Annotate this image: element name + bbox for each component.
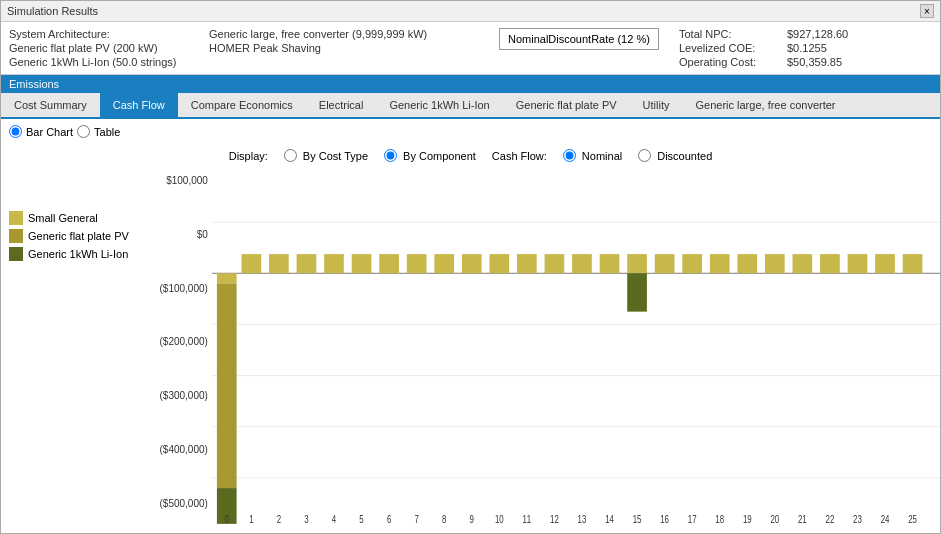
y-label-2: ($100,000) (160, 283, 208, 294)
tab-generic-converter[interactable]: Generic large, free converter (682, 93, 848, 117)
tab-compare-economics[interactable]: Compare Economics (178, 93, 306, 117)
cash-flow-label: Cash Flow: (492, 150, 547, 162)
svg-rect-11 (269, 254, 289, 273)
legend-label-small-general: Small General (28, 212, 98, 224)
nominal-discount-box: NominalDiscountRate (12 %) (499, 28, 659, 50)
total-npc-row: Total NPC: $927,128.60 (679, 28, 848, 40)
table-option[interactable]: Table (77, 125, 120, 138)
table-radio[interactable] (77, 125, 90, 138)
svg-text:17: 17 (688, 514, 697, 525)
levelized-coe-label: Levelized COE: (679, 42, 779, 54)
system-info-col2: Generic large, free converter (9,999,999… (209, 28, 489, 68)
tab-generic-liion[interactable]: Generic 1kWh Li-Ion (376, 93, 502, 117)
view-mode-controls: Bar Chart Table (1, 119, 940, 144)
svg-text:11: 11 (522, 514, 531, 525)
svg-text:9: 9 (469, 514, 473, 525)
svg-text:10: 10 (495, 514, 504, 525)
svg-text:22: 22 (825, 514, 834, 525)
svg-rect-27 (682, 254, 702, 273)
by-cost-type-label[interactable]: By Cost Type (303, 150, 368, 162)
legend-item-flat-plate: Generic flat plate PV (9, 229, 129, 243)
title-bar: Simulation Results × (1, 1, 940, 22)
y-axis: $100,000 $0 ($100,000) ($200,000) ($300,… (137, 171, 212, 529)
svg-rect-23 (600, 254, 620, 273)
operating-cost-row: Operating Cost: $50,359.85 (679, 56, 848, 68)
svg-rect-8 (217, 284, 237, 489)
svg-rect-15 (379, 254, 399, 273)
svg-text:1: 1 (249, 514, 253, 525)
bar-chart-svg: 0 1 2 3 4 5 6 7 8 9 10 11 12 13 (212, 171, 940, 529)
svg-rect-30 (765, 254, 785, 273)
tab-utility[interactable]: Utility (630, 93, 683, 117)
levelized-coe-row: Levelized COE: $0.1255 (679, 42, 848, 54)
svg-text:3: 3 (304, 514, 308, 525)
total-npc-label: Total NPC: (679, 28, 779, 40)
legend-color-small-general (9, 211, 23, 225)
svg-rect-13 (324, 254, 344, 273)
y-label-3: ($200,000) (160, 336, 208, 347)
nominal-discount-text: NominalDiscountRate (12 %) (508, 33, 650, 45)
svg-rect-31 (792, 254, 812, 273)
y-label-5: ($400,000) (160, 444, 208, 455)
svg-text:24: 24 (881, 514, 890, 525)
svg-rect-29 (737, 254, 757, 273)
close-button[interactable]: × (920, 4, 934, 18)
discounted-group[interactable]: Discounted (638, 149, 712, 162)
nominal-radio[interactable] (563, 149, 576, 162)
window-title: Simulation Results (7, 5, 98, 17)
svg-text:7: 7 (414, 514, 418, 525)
tab-electrical[interactable]: Electrical (306, 93, 377, 117)
system-arch-label: System Architecture: (9, 28, 209, 40)
svg-rect-22 (572, 254, 592, 273)
by-cost-type-group[interactable]: By Cost Type (284, 149, 368, 162)
chart-area: Small General Generic flat plate PV Gene… (1, 167, 940, 533)
svg-rect-18 (462, 254, 482, 273)
table-label[interactable]: Table (94, 126, 120, 138)
svg-rect-7 (217, 273, 237, 283)
legend-item-liion: Generic 1kWh Li-Ion (9, 247, 129, 261)
svg-rect-26 (655, 254, 675, 273)
by-component-label[interactable]: By Component (403, 150, 476, 162)
display-label: Display: (229, 150, 268, 162)
discounted-radio[interactable] (638, 149, 651, 162)
tab-generic-flat-plate[interactable]: Generic flat plate PV (503, 93, 630, 117)
legend-color-liion (9, 247, 23, 261)
bar-chart-label[interactable]: Bar Chart (26, 126, 73, 138)
legend-label-flat-plate: Generic flat plate PV (28, 230, 129, 242)
svg-rect-12 (297, 254, 317, 273)
emissions-label: Emissions (9, 78, 59, 90)
svg-text:5: 5 (359, 514, 363, 525)
svg-rect-32 (820, 254, 840, 273)
nominal-group[interactable]: Nominal (563, 149, 622, 162)
svg-rect-25 (627, 273, 647, 311)
svg-rect-28 (710, 254, 730, 273)
by-component-radio[interactable] (384, 149, 397, 162)
svg-rect-10 (241, 254, 261, 273)
bar-chart-radio[interactable] (9, 125, 22, 138)
svg-text:19: 19 (743, 514, 752, 525)
by-cost-type-radio[interactable] (284, 149, 297, 162)
tab-cash-flow[interactable]: Cash Flow (100, 93, 178, 117)
arch-line2: Generic 1kWh Li-Ion (50.0 strings) (9, 56, 209, 68)
svg-text:4: 4 (332, 514, 336, 525)
svg-text:21: 21 (798, 514, 807, 525)
svg-text:20: 20 (770, 514, 779, 525)
svg-text:16: 16 (660, 514, 669, 525)
svg-text:2: 2 (277, 514, 281, 525)
discounted-label[interactable]: Discounted (657, 150, 712, 162)
chart-container: $100,000 $0 ($100,000) ($200,000) ($300,… (137, 171, 940, 529)
svg-rect-35 (903, 254, 923, 273)
svg-text:15: 15 (633, 514, 642, 525)
svg-rect-14 (352, 254, 372, 273)
legend-item-small-general: Small General (9, 211, 129, 225)
by-component-group[interactable]: By Component (384, 149, 476, 162)
total-npc-value: $927,128.60 (787, 28, 848, 40)
svg-rect-20 (517, 254, 537, 273)
arch-line1: Generic flat plate PV (200 kW) (9, 42, 209, 54)
svg-rect-24 (627, 254, 647, 273)
bar-chart-option[interactable]: Bar Chart (9, 125, 73, 138)
svg-text:0: 0 (224, 514, 228, 525)
nominal-label[interactable]: Nominal (582, 150, 622, 162)
y-label-0: $100,000 (166, 175, 208, 186)
tab-cost-summary[interactable]: Cost Summary (1, 93, 100, 117)
